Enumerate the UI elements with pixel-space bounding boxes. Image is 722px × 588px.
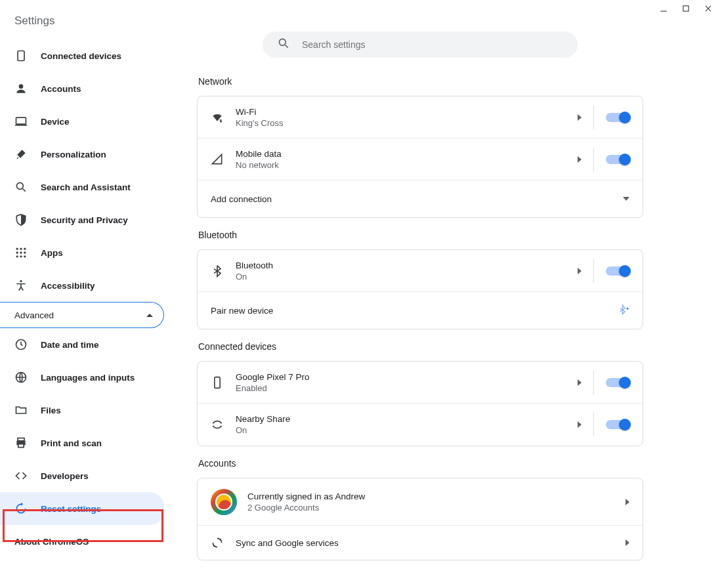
sidebar-item-accounts[interactable]: Accounts xyxy=(0,72,164,105)
bluetooth-icon xyxy=(211,264,224,278)
nearby-sub: On xyxy=(236,425,578,435)
svg-point-6 xyxy=(16,182,23,189)
sidebar-item-date-time[interactable]: Date and time xyxy=(0,328,164,361)
add-connection-label: Add connection xyxy=(211,194,623,204)
window-close-icon[interactable] xyxy=(704,4,713,16)
nearby-title: Nearby Share xyxy=(236,414,578,424)
connected-card: Google Pixel 7 Pro Enabled Nearby Share … xyxy=(197,361,643,446)
about-label: About ChromeOS xyxy=(14,537,89,547)
devices-icon xyxy=(14,49,28,62)
mobile-toggle[interactable] xyxy=(606,155,629,164)
sidebar-item-label: Search and Assistant xyxy=(41,182,131,192)
search-icon xyxy=(14,180,28,194)
chevron-down-icon xyxy=(623,197,629,201)
svg-rect-21 xyxy=(18,444,24,448)
signed-in-title: Currently signed in as Andrew xyxy=(247,492,626,501)
sidebar-item-label: Apps xyxy=(41,248,63,258)
phone-title: Google Pixel 7 Pro xyxy=(236,372,578,382)
svg-point-9 xyxy=(24,248,26,250)
chevron-right-icon xyxy=(626,499,629,505)
signed-in-row[interactable]: Currently signed in as Andrew 2 Google A… xyxy=(198,478,643,526)
phone-row[interactable]: Google Pixel 7 Pro Enabled xyxy=(198,362,643,404)
sidebar-item-security-privacy[interactable]: Security and Privacy xyxy=(0,203,164,236)
mobile-title: Mobile data xyxy=(236,149,578,159)
apps-icon xyxy=(14,246,28,259)
sidebar-item-languages[interactable]: Languages and inputs xyxy=(0,361,164,394)
svg-rect-25 xyxy=(215,377,220,388)
person-icon xyxy=(14,82,28,95)
svg-rect-4 xyxy=(16,117,26,124)
svg-point-8 xyxy=(20,248,22,250)
svg-rect-1 xyxy=(683,6,689,11)
main-content: Network Wi-Fi King's Cross Mobile data N… xyxy=(164,0,722,588)
wifi-sub: King's Cross xyxy=(236,118,578,128)
sidebar-item-label: Languages and inputs xyxy=(41,373,135,383)
chevron-right-icon xyxy=(578,268,582,274)
chevron-right-icon xyxy=(578,421,582,428)
nearby-share-icon xyxy=(211,418,224,431)
bt-sub: On xyxy=(236,272,578,282)
sync-icon xyxy=(211,536,224,549)
add-connection-row[interactable]: Add connection xyxy=(198,180,643,217)
wifi-icon xyxy=(211,111,224,124)
svg-point-16 xyxy=(20,280,22,282)
svg-rect-5 xyxy=(15,125,27,126)
sidebar-title: Settings xyxy=(0,14,164,39)
section-title-bluetooth: Bluetooth xyxy=(198,230,722,240)
mobile-data-row[interactable]: Mobile data No network xyxy=(198,138,643,180)
svg-point-22 xyxy=(279,39,286,45)
svg-point-11 xyxy=(20,251,22,253)
nearby-toggle[interactable] xyxy=(606,420,629,429)
chevron-right-icon xyxy=(578,114,582,121)
svg-point-13 xyxy=(16,255,18,257)
laptop-icon xyxy=(14,115,28,128)
wifi-row[interactable]: Wi-Fi King's Cross xyxy=(198,96,643,138)
wifi-toggle[interactable] xyxy=(606,113,629,122)
bt-toggle[interactable] xyxy=(606,266,629,276)
sidebar-item-advanced[interactable]: Advanced xyxy=(0,302,164,328)
pair-device-row[interactable]: Pair new device xyxy=(198,292,643,329)
sidebar-item-print-scan[interactable]: Print and scan xyxy=(0,427,164,459)
window-minimize-icon[interactable] xyxy=(659,4,668,16)
search-icon xyxy=(277,37,290,52)
mobile-sub: No network xyxy=(236,160,578,170)
sidebar-item-search-assistant[interactable]: Search and Assistant xyxy=(0,171,164,203)
sidebar: Settings Connected devices Accounts Devi… xyxy=(0,0,164,588)
print-icon xyxy=(14,436,28,450)
advanced-label: Advanced xyxy=(14,310,54,320)
svg-point-14 xyxy=(20,255,22,257)
divider xyxy=(593,413,594,436)
sidebar-item-label: Connected devices xyxy=(41,51,121,61)
bluetooth-row[interactable]: Bluetooth On xyxy=(198,250,643,292)
phone-icon xyxy=(211,376,224,389)
window-maximize-icon[interactable] xyxy=(681,4,690,16)
search-bar[interactable] xyxy=(263,32,578,58)
accounts-card: Currently signed in as Andrew 2 Google A… xyxy=(197,478,643,560)
signed-in-sub: 2 Google Accounts xyxy=(247,503,626,513)
sidebar-item-about[interactable]: About ChromeOS xyxy=(0,525,164,558)
sidebar-item-developers[interactable]: Developers xyxy=(0,459,164,492)
sidebar-item-files[interactable]: Files xyxy=(0,394,164,427)
sidebar-item-label: Security and Privacy xyxy=(41,215,128,225)
divider xyxy=(593,148,594,171)
sidebar-item-apps[interactable]: Apps xyxy=(0,236,164,269)
phone-sub: Enabled xyxy=(236,383,578,393)
sidebar-item-label: Accounts xyxy=(41,84,81,94)
phone-toggle[interactable] xyxy=(606,378,629,387)
search-input[interactable] xyxy=(302,39,563,50)
sync-row[interactable]: Sync and Google services xyxy=(198,526,643,560)
mobile-data-icon xyxy=(211,153,224,166)
nearby-row[interactable]: Nearby Share On xyxy=(198,404,643,446)
svg-point-15 xyxy=(24,255,26,257)
wifi-title: Wi-Fi xyxy=(236,107,578,117)
sidebar-item-reset-settings[interactable]: Reset settings xyxy=(0,492,164,525)
sidebar-item-connected-devices[interactable]: Connected devices xyxy=(0,39,164,72)
section-title-network: Network xyxy=(198,76,722,87)
accessibility-icon xyxy=(14,279,28,292)
sidebar-item-device[interactable]: Device xyxy=(0,105,164,138)
brush-icon xyxy=(14,148,28,161)
sidebar-item-personalization[interactable]: Personalization xyxy=(0,138,164,171)
sidebar-item-accessibility[interactable]: Accessibility xyxy=(0,269,164,302)
chevron-up-icon xyxy=(146,314,153,317)
svg-point-3 xyxy=(19,84,24,89)
